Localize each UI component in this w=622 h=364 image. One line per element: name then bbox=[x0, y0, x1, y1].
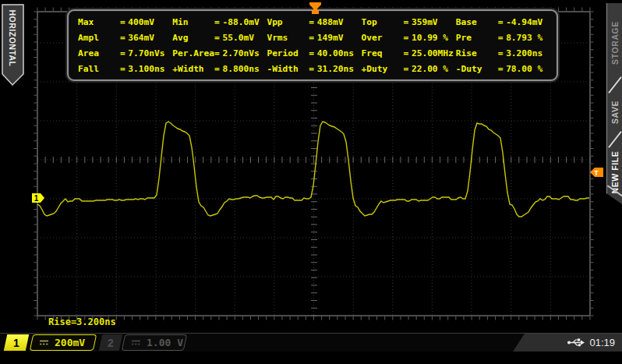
tab-save[interactable]: SAVE bbox=[607, 94, 622, 131]
measurement-cell: Over=10.99 % bbox=[362, 33, 456, 43]
tab-horizontal[interactable]: HORIZONTAL bbox=[2, 4, 25, 87]
measurement-row: Area=7.70nVsPer.Area=2.70nVsPeriod=40.00… bbox=[78, 46, 550, 62]
measurement-cell: Per.Area=2.70nVs bbox=[172, 48, 267, 58]
rise-readout: Rise=3.200ns bbox=[48, 316, 116, 327]
channel1-number: 1 bbox=[13, 337, 19, 349]
oscilloscope-screen: Max=400mVMin=-88.0mVVpp=488mVTop=359mVBa… bbox=[0, 0, 622, 364]
right-tab-strip: STORAGE SAVE NEW FILE bbox=[606, 3, 622, 204]
measurement-cell: Top=359mV bbox=[362, 17, 456, 27]
dc-coupling-icon bbox=[131, 339, 141, 346]
measurement-cell: Period=40.00ns bbox=[267, 48, 361, 58]
trigger-position-marker[interactable] bbox=[309, 2, 323, 15]
tab-save-label: SAVE bbox=[610, 101, 620, 124]
measurement-row: Ampl=364mVAvg=55.0mVVrms=149mVOver=10.99… bbox=[78, 30, 550, 45]
measurement-cell: Min=-88.0mV bbox=[172, 17, 267, 27]
measurement-cell: Vpp=488mV bbox=[267, 17, 361, 27]
measurement-cell: +Width=8.800ns bbox=[172, 64, 267, 74]
measurement-cell: -Duty=78.00 % bbox=[456, 64, 550, 74]
trigger-position-icon bbox=[309, 2, 321, 14]
channel1-badge[interactable]: 1 bbox=[4, 334, 29, 351]
measurement-cell: Area=7.70nVs bbox=[78, 48, 172, 58]
measurement-cell: Vrms=149mV bbox=[267, 33, 361, 43]
bottom-status-bar: 1 200mV 2 1.00 V bbox=[0, 333, 622, 352]
channel1-level-marker[interactable]: 1 bbox=[31, 193, 45, 203]
measurement-cell: -Width=31.20ns bbox=[267, 64, 361, 74]
measurement-cell: Ampl=364mV bbox=[78, 33, 172, 43]
horizontal-tab-label: HORIZONTAL bbox=[8, 9, 17, 66]
usb-icon bbox=[567, 337, 585, 348]
channel2-number: 2 bbox=[108, 337, 114, 349]
measurement-cell: Avg=55.0mV bbox=[172, 33, 267, 43]
measurement-cell: Base=-4.94mV bbox=[456, 17, 550, 27]
tab-separator bbox=[608, 131, 622, 148]
measurement-row: Max=400mVMin=-88.0mVVpp=488mVTop=359mVBa… bbox=[78, 14, 550, 30]
tab-separator bbox=[608, 76, 622, 94]
dc-coupling-icon bbox=[39, 339, 49, 346]
channel1-scale-box[interactable]: 200mV bbox=[30, 334, 97, 351]
channel1-marker-label: 1 bbox=[34, 194, 39, 203]
tab-storage[interactable]: STORAGE bbox=[607, 11, 622, 75]
measurement-row: Fall=3.100ns+Width=8.800ns-Width=31.20ns… bbox=[78, 62, 550, 77]
clock-time: 01:19 bbox=[589, 337, 615, 348]
measurement-cell: Fall=3.100ns bbox=[78, 64, 172, 74]
channel2-scale-value: 1.00 V bbox=[147, 337, 183, 348]
trigger-level-label: T bbox=[594, 169, 599, 177]
statusbar-right: 01:19 bbox=[513, 334, 622, 352]
measurement-cell: Pre=8.793 % bbox=[456, 33, 550, 43]
measurement-cell: Freq=25.00MHz bbox=[362, 48, 456, 58]
channel2-scale-box[interactable]: 1.00 V bbox=[122, 334, 187, 351]
trigger-level-marker[interactable]: T bbox=[589, 167, 605, 178]
measurement-cell: Rise=3.200ns bbox=[456, 48, 550, 58]
measurement-cell: Max=400mV bbox=[78, 17, 172, 27]
channel1-scale-value: 200mV bbox=[55, 337, 85, 348]
tab-storage-label: STORAGE bbox=[610, 21, 620, 65]
channel2-badge[interactable]: 2 bbox=[99, 334, 122, 351]
measurement-panel: Max=400mVMin=-88.0mVVpp=488mVTop=359mVBa… bbox=[67, 9, 558, 81]
measurement-cell: +Duty=22.00 % bbox=[362, 64, 456, 74]
